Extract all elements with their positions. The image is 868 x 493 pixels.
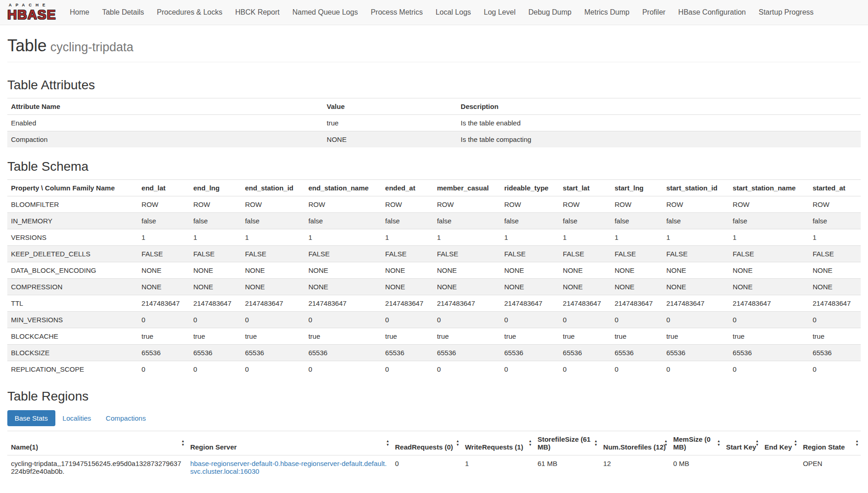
schema-property-value: 2147483647 xyxy=(241,295,305,312)
nav-link-hbck-report[interactable]: HBCK Report xyxy=(229,5,286,20)
schema-property-name: REPLICATION_SCOPE xyxy=(7,361,138,378)
region-server-link[interactable]: hbase-regionserver-default-0.hbase-regio… xyxy=(190,460,387,475)
schema-property-value: ROW xyxy=(382,196,433,213)
schema-property-value: 0 xyxy=(663,312,729,328)
sort-icon: ▴▾ xyxy=(595,439,597,447)
regions-column-label: Num.Storefiles (12) xyxy=(603,443,666,451)
schema-property-value: 1 xyxy=(305,229,382,246)
schema-property-name: VERSIONS xyxy=(7,229,138,246)
schema-property-name: BLOOMFILTER xyxy=(7,196,138,213)
schema-property-value: NONE xyxy=(729,279,809,295)
schema-property-value: 0 xyxy=(611,361,663,378)
schema-property-value: 1 xyxy=(611,229,663,246)
attribute-value: true xyxy=(323,115,457,131)
schema-row: VERSIONS111111111111 xyxy=(7,229,861,246)
nav-link-procedures-locks[interactable]: Procedures & Locks xyxy=(151,5,229,20)
sort-icon: ▴▾ xyxy=(387,439,388,447)
nav-link-home[interactable]: Home xyxy=(64,5,96,20)
schema-property-value: NONE xyxy=(559,279,611,295)
schema-row: BLOOMFILTERROWROWROWROWROWROWROWROWROWRO… xyxy=(7,196,861,213)
schema-table-body: BLOOMFILTERROWROWROWROWROWROWROWROWROWRO… xyxy=(7,196,861,378)
schema-property-value: NONE xyxy=(501,262,559,279)
nav-link-process-metrics[interactable]: Process Metrics xyxy=(364,5,429,20)
regions-column-header-storefilesize-61-mb[interactable]: StorefileSize (61 MB)▴▾ xyxy=(534,431,600,455)
region-region-state: OPEN xyxy=(799,455,861,480)
schema-property-value: 65536 xyxy=(189,345,241,361)
schema-property-value: NONE xyxy=(138,279,189,295)
regions-column-header-region-state[interactable]: Region State▴▾ xyxy=(799,431,861,455)
nav-item: Named Queue Logs xyxy=(286,5,364,20)
schema-property-value: NONE xyxy=(809,279,861,295)
attribute-value: NONE xyxy=(323,131,457,148)
regions-column-label: ReadRequests (0) xyxy=(395,443,453,451)
schema-property-value: NONE xyxy=(663,262,729,279)
schema-property-column-header: Property \ Column Family Name xyxy=(7,180,138,196)
nav-link-hbase-configuration[interactable]: HBase Configuration xyxy=(672,5,752,20)
schema-property-value: false xyxy=(729,213,809,229)
schema-property-value: 1 xyxy=(809,229,861,246)
regions-column-header-readrequests-0[interactable]: ReadRequests (0)▴▾ xyxy=(391,431,461,455)
schema-property-value: FALSE xyxy=(559,246,611,262)
schema-property-value: FALSE xyxy=(305,246,382,262)
attribute-description: Is the table compacting xyxy=(457,131,861,148)
hbase-logo[interactable]: APACHE HBASE xyxy=(7,3,56,22)
nav-item: Table Details xyxy=(96,5,151,20)
schema-property-name: IN_MEMORY xyxy=(7,213,138,229)
nav-link-named-queue-logs[interactable]: Named Queue Logs xyxy=(286,5,364,20)
schema-property-value: NONE xyxy=(433,279,501,295)
schema-property-name: MIN_VERSIONS xyxy=(7,312,138,328)
regions-column-header-num-storefiles-12[interactable]: Num.Storefiles (12)▴▾ xyxy=(599,431,669,455)
sort-icon: ▴▾ xyxy=(457,439,458,447)
schema-property-value: FALSE xyxy=(382,246,433,262)
schema-column-family-header: end_station_id xyxy=(241,180,305,196)
schema-property-value: NONE xyxy=(305,279,382,295)
schema-property-value: 65536 xyxy=(611,345,663,361)
regions-column-header-memsize-0-mb[interactable]: MemSize (0 MB)▴▾ xyxy=(669,431,722,455)
tab-localities[interactable]: Localities xyxy=(55,410,99,426)
regions-tab-item: Localities xyxy=(55,410,99,426)
schema-property-value: false xyxy=(305,213,382,229)
schema-property-value: true xyxy=(305,328,382,345)
nav-link-metrics-dump[interactable]: Metrics Dump xyxy=(578,5,636,20)
regions-table-body: cycling-tripdata,,1719475156245.e95d0a13… xyxy=(7,455,861,480)
nav-link-startup-progress[interactable]: Startup Progress xyxy=(752,5,820,20)
schema-table-head-row: Property \ Column Family Nameend_latend_… xyxy=(7,180,861,196)
schema-property-value: NONE xyxy=(241,262,305,279)
regions-column-header-end-key[interactable]: End Key▴▾ xyxy=(761,431,799,455)
schema-property-value: NONE xyxy=(559,262,611,279)
schema-row: DATA_BLOCK_ENCODINGNONENONENONENONENONEN… xyxy=(7,262,861,279)
schema-property-value: ROW xyxy=(189,196,241,213)
schema-property-value: ROW xyxy=(138,196,189,213)
region-server-cell: hbase-regionserver-default-0.hbase-regio… xyxy=(187,455,392,480)
regions-tab-item: Compactions xyxy=(98,410,153,426)
regions-column-header-region-server[interactable]: Region Server▴▾ xyxy=(187,431,392,455)
schema-property-value: ROW xyxy=(241,196,305,213)
regions-column-header-writerequests-1[interactable]: WriteRequests (1)▴▾ xyxy=(461,431,534,455)
region-end-key xyxy=(761,455,799,480)
schema-property-value: false xyxy=(433,213,501,229)
attributes-column-header: Attribute Name xyxy=(7,98,323,115)
schema-property-value: 0 xyxy=(433,312,501,328)
nav-link-table-details[interactable]: Table Details xyxy=(96,5,151,20)
region-read-requests: 0 xyxy=(391,455,461,480)
schema-property-value: FALSE xyxy=(729,246,809,262)
regions-column-header-start-key[interactable]: Start Key▴▾ xyxy=(722,431,761,455)
nav-link-log-level[interactable]: Log Level xyxy=(477,5,522,20)
schema-property-value: 0 xyxy=(241,312,305,328)
schema-property-value: ROW xyxy=(433,196,501,213)
nav-link-profiler[interactable]: Profiler xyxy=(636,5,672,20)
tab-base-stats[interactable]: Base Stats xyxy=(7,410,55,426)
schema-property-value: 0 xyxy=(611,312,663,328)
schema-property-value: 2147483647 xyxy=(559,295,611,312)
nav-link-debug-dump[interactable]: Debug Dump xyxy=(522,5,578,20)
schema-property-value: 2147483647 xyxy=(382,295,433,312)
tab-compactions[interactable]: Compactions xyxy=(98,410,153,426)
schema-property-name: BLOCKSIZE xyxy=(7,345,138,361)
schema-property-value: FALSE xyxy=(663,246,729,262)
nav-link-local-logs[interactable]: Local Logs xyxy=(429,5,477,20)
regions-column-header-name-1[interactable]: Name(1)▴▾ xyxy=(7,431,187,455)
schema-row: MIN_VERSIONS000000000000 xyxy=(7,312,861,328)
schema-property-value: false xyxy=(611,213,663,229)
schema-column-family-header: rideable_type xyxy=(501,180,559,196)
schema-property-value: NONE xyxy=(241,279,305,295)
